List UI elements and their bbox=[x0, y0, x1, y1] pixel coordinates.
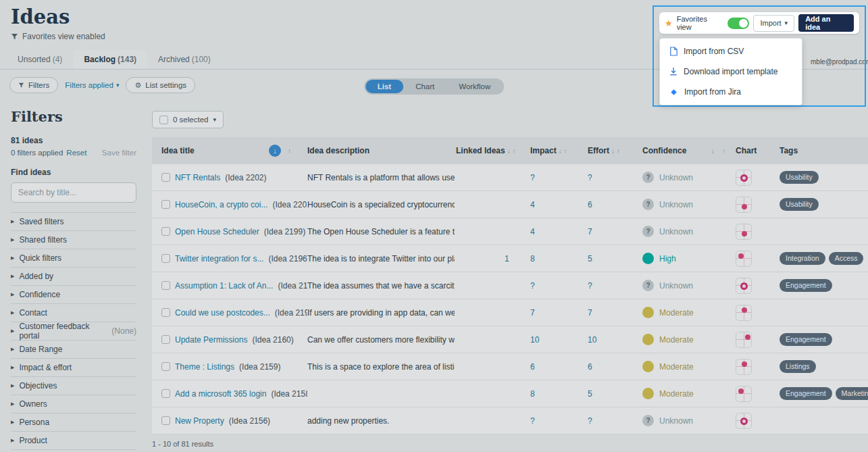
effort-value[interactable]: 5 bbox=[588, 254, 592, 263]
impact-value[interactable]: 7 bbox=[530, 308, 535, 318]
row-checkbox[interactable] bbox=[161, 227, 170, 236]
tab-unsorted[interactable]: Unsorted(4) bbox=[7, 50, 73, 69]
filters-applied-dropdown[interactable]: Filters applied▾ bbox=[65, 81, 119, 89]
mini-chart-icon[interactable] bbox=[736, 170, 752, 186]
idea-title-link[interactable]: HouseCoin, a crypto coi... bbox=[175, 200, 267, 209]
filter-section-added-by[interactable]: ▶Added by bbox=[11, 268, 136, 286]
table-row[interactable]: NFT Rentals(Idea 2202) NFT Rentals is a … bbox=[152, 164, 868, 191]
impact-value[interactable]: 10 bbox=[530, 335, 539, 345]
effort-value[interactable]: ? bbox=[588, 173, 592, 182]
column-header-impact[interactable]: Impact↓↑ bbox=[525, 146, 582, 155]
impact-value[interactable]: 4 bbox=[530, 227, 535, 236]
filters-button[interactable]: Filters bbox=[9, 77, 58, 93]
reset-filters-link[interactable]: Reset bbox=[66, 149, 86, 157]
table-row[interactable]: Twitter integration for s...(Idea 2196) … bbox=[152, 245, 868, 272]
favorites-view-toggle[interactable] bbox=[727, 18, 749, 29]
mini-chart-icon[interactable] bbox=[736, 278, 752, 294]
idea-title-link[interactable]: New Property bbox=[175, 416, 224, 426]
effort-value[interactable]: 6 bbox=[588, 362, 592, 372]
filter-section-date-range[interactable]: ▶Date Range bbox=[11, 341, 136, 359]
select-all-checkbox[interactable] bbox=[159, 116, 168, 124]
impact-value[interactable]: ? bbox=[530, 281, 535, 291]
tag-pill[interactable]: Engagement bbox=[780, 279, 832, 292]
sort-descending-icon[interactable]: ↓ bbox=[507, 147, 511, 155]
column-header-idea-title[interactable]: Idea title↓↑ bbox=[152, 145, 307, 157]
row-checkbox[interactable] bbox=[161, 335, 170, 344]
search-input[interactable] bbox=[11, 182, 136, 203]
row-checkbox[interactable] bbox=[161, 173, 170, 182]
table-row[interactable]: New Property(Idea 2156) adding new prope… bbox=[152, 407, 868, 434]
row-checkbox[interactable] bbox=[161, 281, 170, 290]
sort-ascending-icon[interactable]: ↑ bbox=[722, 147, 725, 155]
tag-pill[interactable]: Access bbox=[829, 252, 864, 265]
mini-chart-icon[interactable] bbox=[736, 386, 752, 402]
linked-ideas-value[interactable]: 1 bbox=[505, 254, 509, 263]
table-row[interactable]: Update Permissions(Idea 2160) Can we off… bbox=[152, 326, 868, 353]
effort-value[interactable]: 10 bbox=[588, 335, 596, 345]
filter-section-contact[interactable]: ▶Contact bbox=[11, 304, 136, 322]
filter-section-quick-filters[interactable]: ▶Quick filters bbox=[11, 249, 136, 268]
row-checkbox[interactable] bbox=[161, 254, 170, 263]
tag-pill[interactable]: Engagement bbox=[780, 333, 832, 346]
filter-section-objectives[interactable]: ▶Objectives bbox=[11, 377, 136, 395]
filter-section-confidence[interactable]: ▶Confidence bbox=[11, 286, 136, 304]
filter-section-shared-filters[interactable]: ▶Shared filters bbox=[11, 231, 136, 249]
table-row[interactable]: Assumption 1: Lack of An...(Idea 2191) T… bbox=[152, 272, 868, 299]
idea-title-link[interactable]: Could we use postcodes... bbox=[175, 308, 270, 318]
add-an-idea-button[interactable]: Add an idea bbox=[798, 14, 854, 32]
mini-chart-icon[interactable] bbox=[736, 224, 752, 240]
table-row[interactable]: HouseCoin, a crypto coi...(Idea 2201) Ho… bbox=[152, 191, 868, 218]
table-row[interactable]: Add a microsoft 365 login(Idea 2158) 8 5… bbox=[152, 380, 868, 407]
idea-title-link[interactable]: Add a microsoft 365 login bbox=[175, 389, 266, 399]
column-header-effort[interactable]: Effort↓↑ bbox=[582, 146, 638, 155]
impact-value[interactable]: ? bbox=[530, 416, 535, 426]
effort-value[interactable]: 7 bbox=[588, 227, 592, 236]
sort-descending-icon[interactable]: ↓ bbox=[559, 147, 562, 155]
mini-chart-icon[interactable] bbox=[736, 197, 752, 213]
row-checkbox[interactable] bbox=[161, 416, 170, 425]
sort-ascending-icon[interactable]: ↑ bbox=[513, 147, 516, 155]
save-filter-button[interactable]: Save filter bbox=[102, 149, 136, 157]
menu-item-import-from-csv[interactable]: Import from CSV bbox=[660, 41, 802, 61]
filter-section-owners[interactable]: ▶Owners bbox=[11, 395, 136, 413]
import-button[interactable]: Import▾ bbox=[753, 15, 794, 32]
sort-descending-icon[interactable]: ↓ bbox=[711, 147, 715, 155]
tag-pill[interactable]: Integration bbox=[780, 252, 825, 265]
effort-value[interactable]: ? bbox=[588, 416, 592, 426]
mini-chart-icon[interactable] bbox=[736, 332, 752, 348]
idea-title-link[interactable]: Assumption 1: Lack of An... bbox=[175, 281, 273, 291]
sort-ascending-icon[interactable]: ↑ bbox=[617, 147, 620, 155]
bulk-select-dropdown[interactable]: 0 selected ▾ bbox=[152, 111, 224, 128]
mini-chart-icon[interactable] bbox=[736, 251, 752, 267]
idea-title-link[interactable]: Update Permissions bbox=[175, 335, 247, 345]
effort-value[interactable]: 6 bbox=[588, 200, 592, 209]
row-checkbox[interactable] bbox=[161, 200, 170, 209]
row-checkbox[interactable] bbox=[161, 362, 170, 371]
idea-title-link[interactable]: Theme : Listings bbox=[175, 362, 234, 372]
filter-section-saved-filters[interactable]: ▶Saved filters bbox=[11, 213, 136, 231]
tab-backlog[interactable]: Backlog(143) bbox=[73, 50, 147, 69]
tab-archived[interactable]: Archived(100) bbox=[147, 50, 222, 69]
effort-value[interactable]: 5 bbox=[588, 389, 592, 399]
impact-value[interactable]: ? bbox=[530, 173, 535, 182]
impact-value[interactable]: 6 bbox=[530, 362, 535, 372]
filter-section-product[interactable]: ▶Product bbox=[11, 432, 136, 450]
tag-pill[interactable]: Engagement bbox=[780, 387, 832, 400]
view-tab-list[interactable]: List bbox=[365, 80, 403, 93]
sort-ascending-icon[interactable]: ↑ bbox=[564, 147, 567, 155]
view-tab-workflow[interactable]: Workflow bbox=[446, 80, 503, 93]
mini-chart-icon[interactable] bbox=[736, 305, 752, 321]
column-header-linked-ideas[interactable]: Linked Ideas↓↑ bbox=[455, 146, 525, 155]
effort-value[interactable]: 7 bbox=[588, 308, 592, 318]
list-settings-button[interactable]: ⚙ List settings bbox=[126, 77, 195, 93]
row-checkbox[interactable] bbox=[161, 308, 170, 317]
impact-value[interactable]: 8 bbox=[530, 389, 535, 399]
mini-chart-icon[interactable] bbox=[736, 359, 752, 375]
column-header-confidence[interactable]: Confidence↓↑ bbox=[638, 146, 732, 155]
table-row[interactable]: Open House Scheduler(Idea 2199) The Open… bbox=[152, 218, 868, 245]
filter-section-persona[interactable]: ▶Persona bbox=[11, 413, 136, 432]
sort-descending-icon[interactable]: ↓ bbox=[611, 147, 615, 155]
effort-value[interactable]: ? bbox=[588, 281, 592, 291]
idea-title-link[interactable]: Twitter integration for s... bbox=[175, 254, 263, 263]
view-tab-chart[interactable]: Chart bbox=[403, 80, 446, 93]
